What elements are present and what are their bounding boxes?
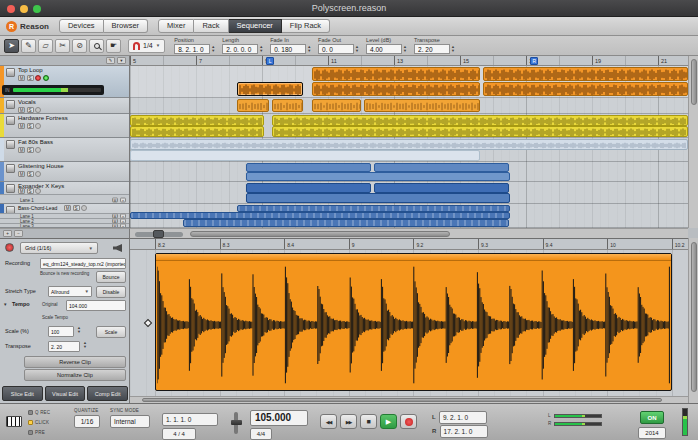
editor-ruler[interactable]: 8.28.38.499.29.39.41010.2 (130, 238, 688, 250)
loop-right-display[interactable]: 17. 2. 1. 0 (440, 425, 488, 438)
pencil-tool-icon[interactable]: ✎ (21, 39, 36, 53)
track-record-arm-button[interactable] (35, 107, 41, 113)
field-spinner[interactable]: ▲▼ (211, 45, 215, 52)
clip[interactable] (483, 82, 688, 96)
field-value[interactable]: 2. 0. 0. 0 (222, 44, 258, 54)
editor-audio-clip[interactable] (155, 253, 672, 391)
tempo-display[interactable]: 105.000 (250, 410, 308, 426)
clip[interactable] (246, 172, 510, 181)
field-spinner[interactable]: ▲▼ (259, 45, 263, 52)
clip[interactable] (374, 183, 509, 193)
track-header-top-loop[interactable]: Top LoopMSIN (0, 66, 129, 98)
left-locator[interactable]: L (266, 57, 274, 65)
field-value[interactable]: 2. 20 (414, 44, 450, 54)
track-lane[interactable]: Lane 1M× (0, 194, 129, 204)
quantize-value[interactable]: 1/16 (74, 415, 100, 428)
click-toggle[interactable]: CLICK (28, 420, 49, 425)
scale-percent-value[interactable]: 100 (48, 326, 74, 337)
snap-select[interactable]: 1/4 ▼ (128, 39, 165, 53)
zoom-in-button[interactable]: + (3, 230, 12, 237)
track-header-bass-chord-lead[interactable]: Bass-Chord-LeadMSLane 1M×Lane 2M×Lane 3M… (0, 204, 129, 228)
clip[interactable] (246, 193, 510, 203)
click-level-fader[interactable] (234, 412, 238, 434)
track-header-vocals[interactable]: VocalsMS (0, 98, 129, 114)
zoom-slider-knob[interactable] (153, 230, 164, 238)
tempo-disclosure-icon[interactable]: ▾ (4, 301, 7, 307)
record-icon[interactable] (5, 243, 14, 252)
clip[interactable] (312, 82, 480, 96)
bounce-button[interactable]: Bounce (96, 271, 126, 283)
track-header-fat-80s-bass[interactable]: Fat 80s BassMS (0, 138, 129, 162)
scale-percent-spinner[interactable]: ▲▼ (77, 326, 81, 333)
editor-mode-visual-edit[interactable]: Visual Edit (45, 386, 86, 401)
toolbar-button-devices[interactable]: Devices (59, 19, 104, 34)
eraser-tool-icon[interactable]: ▱ (38, 39, 53, 53)
scrollbar-thumb[interactable] (691, 59, 697, 105)
clip-start-marker[interactable] (144, 319, 152, 327)
field-value[interactable]: 4.00 (366, 44, 402, 54)
scrollbar-thumb[interactable] (691, 242, 697, 392)
track-solo-button[interactable]: S (27, 75, 34, 81)
track-monitor-button[interactable] (43, 75, 49, 81)
horizontal-zoom-slider[interactable] (135, 232, 183, 237)
track-list-options-icon[interactable]: ▾ (117, 57, 126, 64)
track-header-glistening-house[interactable]: Glistening HouseMS (0, 162, 129, 182)
sync-mode-value[interactable]: Internal (110, 415, 150, 428)
record-button[interactable] (400, 414, 417, 429)
bar-ruler[interactable]: 579111315171921LR (130, 56, 688, 66)
zoom-out-button[interactable]: − (14, 230, 23, 237)
track-record-arm-button[interactable] (35, 171, 41, 177)
clip[interactable] (246, 163, 371, 172)
clip[interactable] (237, 99, 268, 112)
pointer-tool-icon[interactable]: ➤ (4, 39, 19, 53)
transpose-value[interactable]: 2. 20 (48, 341, 80, 352)
stop-button[interactable]: ■ (360, 414, 377, 429)
track-solo-button[interactable]: S (27, 147, 34, 153)
reverse-clip-button[interactable]: Reverse Clip (24, 356, 126, 368)
track-mute-button[interactable]: M (64, 205, 71, 211)
clip[interactable] (374, 163, 509, 172)
scrollbar-thumb[interactable] (142, 398, 662, 402)
track-mute-button[interactable]: M (18, 147, 25, 153)
field-value[interactable]: 0. 0 (318, 44, 354, 54)
track-header-expander-x-keys[interactable]: Expander X KeysMSLane 1M× (0, 182, 129, 204)
normalize-clip-button[interactable]: Normalize Clip (24, 369, 126, 381)
track-record-arm-button[interactable] (81, 205, 87, 211)
editor-mode-slice-edit[interactable]: Slice Edit (2, 386, 43, 401)
razor-tool-icon[interactable]: ✂ (55, 39, 70, 53)
toolbar-button-mixer[interactable]: Mixer (158, 19, 194, 34)
track-record-arm-button[interactable] (35, 123, 41, 129)
field-spinner[interactable]: ▲▼ (355, 45, 359, 52)
time-signature-display[interactable]: 4 / 4 (162, 428, 196, 440)
precount-toggle[interactable]: PRE (28, 430, 45, 435)
field-value[interactable]: 0. 180 (270, 44, 306, 54)
arrangement-horizontal-scrollbar[interactable] (130, 228, 688, 238)
field-spinner[interactable]: ▲▼ (307, 45, 311, 52)
clip[interactable] (130, 139, 688, 150)
tempo-time-signature[interactable]: 4/4 (250, 428, 272, 440)
speaker-icon[interactable] (113, 244, 122, 252)
clip-selected[interactable] (237, 82, 303, 96)
track-record-arm-button[interactable] (35, 75, 41, 81)
midi-keyboard-icon[interactable] (6, 416, 22, 427)
loop-left-display[interactable]: 9. 2. 1. 0 (439, 411, 487, 424)
track-mute-button[interactable]: M (18, 171, 25, 177)
grid-select[interactable]: Grid (1/16) ▼ (20, 242, 98, 254)
editor-mode-comp-edit[interactable]: Comp Edit (87, 386, 128, 401)
rewind-button[interactable]: ◀◀ (320, 414, 337, 429)
clip[interactable] (246, 183, 371, 193)
clip[interactable] (364, 99, 480, 112)
clip[interactable] (312, 99, 362, 112)
track-solo-button[interactable]: S (27, 171, 34, 177)
lane-delete-button[interactable]: × (120, 197, 126, 202)
editor-horizontal-scrollbar[interactable] (130, 396, 688, 403)
stretch-type-select[interactable]: Allround ▼ (48, 286, 92, 297)
right-locator[interactable]: R (530, 57, 538, 65)
track-record-arm-button[interactable] (35, 147, 41, 153)
track-solo-button[interactable]: S (27, 107, 34, 113)
toolbar-button-flip-rack[interactable]: Flip Rack (282, 19, 330, 34)
editor-vertical-scrollbar[interactable] (688, 238, 698, 403)
disable-stretch-button[interactable]: Disable (96, 286, 126, 298)
arrangement-area[interactable] (130, 66, 688, 228)
field-spinner[interactable]: ▲▼ (403, 45, 407, 52)
